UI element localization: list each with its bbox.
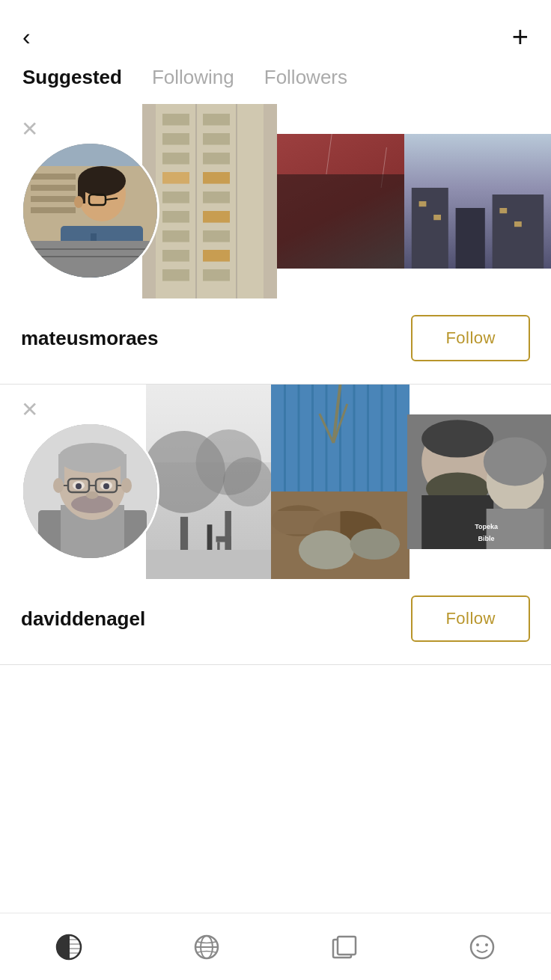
suggested-card-2: ✕	[0, 385, 551, 665]
card-1-photo-dusk	[404, 134, 551, 269]
svg-rect-45	[277, 174, 414, 269]
svg-text:Topeka: Topeka	[475, 523, 499, 530]
svg-point-75	[53, 478, 64, 493]
svg-rect-32	[203, 230, 230, 242]
svg-rect-84	[207, 524, 213, 551]
svg-point-61	[58, 443, 126, 473]
add-button[interactable]: +	[512, 22, 529, 51]
card-2-photo-wood	[271, 385, 410, 579]
tab-suggested[interactable]: Suggested	[22, 66, 122, 92]
svg-text:Bible: Bible	[478, 535, 495, 542]
nav-feed-button[interactable]	[322, 925, 367, 970]
svg-rect-20	[203, 114, 230, 126]
username-1: mateusmoraes	[21, 327, 159, 350]
card-1-photo-building	[142, 104, 277, 298]
svg-rect-21	[162, 133, 189, 145]
svg-rect-49	[456, 208, 485, 269]
svg-point-133	[485, 943, 488, 946]
svg-rect-24	[203, 153, 230, 165]
svg-rect-5	[31, 207, 76, 213]
username-2: daviddenagel	[21, 607, 145, 631]
svg-rect-15	[23, 248, 159, 250]
svg-point-108	[350, 528, 400, 560]
svg-point-117	[484, 438, 547, 486]
svg-rect-26	[203, 172, 230, 184]
svg-point-71	[76, 483, 82, 489]
nav-explore-button[interactable]	[184, 925, 229, 970]
svg-point-76	[121, 478, 132, 493]
tab-followers[interactable]: Followers	[264, 66, 347, 92]
svg-rect-16	[23, 256, 159, 257]
svg-point-112	[421, 420, 493, 457]
tabs-bar: Suggested Following Followers	[0, 58, 551, 104]
svg-point-81	[223, 457, 273, 506]
nav-profile-button[interactable]	[460, 925, 505, 970]
svg-rect-28	[203, 192, 230, 203]
svg-point-131	[471, 936, 493, 958]
card-1-bottom: mateusmoraes Follow	[0, 298, 551, 361]
svg-rect-53	[499, 208, 507, 213]
svg-point-107	[299, 530, 354, 569]
svg-rect-88	[146, 550, 273, 579]
card-2-photo-park	[146, 385, 273, 579]
svg-point-74	[86, 491, 98, 499]
svg-rect-33	[162, 250, 189, 262]
avatar-1	[21, 141, 159, 280]
header: ‹ +	[0, 0, 551, 58]
svg-rect-51	[419, 201, 427, 206]
svg-rect-29	[162, 211, 189, 223]
svg-rect-54	[514, 221, 522, 227]
svg-rect-130	[338, 937, 356, 955]
card-1-collage	[0, 104, 551, 298]
close-icon-1[interactable]: ✕	[21, 119, 38, 140]
svg-rect-2	[31, 174, 76, 180]
follow-button-1[interactable]: Follow	[411, 315, 530, 361]
tab-following[interactable]: Following	[152, 66, 234, 92]
svg-rect-31	[162, 230, 189, 242]
svg-rect-3	[31, 185, 76, 191]
svg-rect-22	[203, 133, 230, 145]
svg-rect-19	[162, 114, 189, 126]
svg-point-132	[476, 943, 479, 946]
svg-rect-27	[162, 192, 189, 203]
svg-rect-23	[162, 153, 189, 165]
suggested-card-1: ✕	[0, 104, 551, 385]
svg-rect-36	[203, 269, 230, 281]
card-2-collage: Topeka Bible	[0, 385, 551, 579]
svg-point-11	[74, 196, 83, 208]
nav-theme-button[interactable]	[46, 925, 91, 970]
svg-rect-48	[412, 188, 448, 269]
svg-point-72	[103, 483, 109, 489]
close-icon-2[interactable]: ✕	[21, 399, 38, 420]
svg-rect-14	[23, 241, 159, 280]
svg-rect-25	[162, 172, 189, 184]
svg-rect-34	[203, 250, 230, 262]
svg-rect-52	[433, 215, 441, 220]
card-2-photo-people: Topeka Bible	[407, 414, 551, 549]
card-2-bottom: daviddenagel Follow	[0, 579, 551, 642]
svg-rect-35	[162, 269, 189, 281]
follow-button-2[interactable]: Follow	[411, 595, 530, 642]
svg-rect-85	[216, 536, 231, 542]
svg-rect-4	[31, 196, 76, 202]
bottom-nav	[0, 913, 551, 980]
svg-rect-30	[203, 211, 230, 223]
avatar-2	[21, 422, 159, 560]
svg-rect-50	[493, 195, 544, 269]
back-button[interactable]: ‹	[22, 23, 31, 51]
